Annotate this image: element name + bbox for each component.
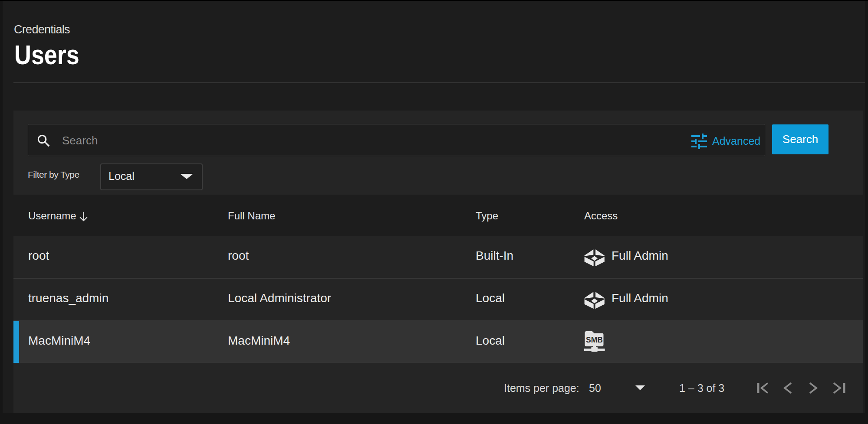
svg-text:SMB: SMB xyxy=(586,336,603,344)
